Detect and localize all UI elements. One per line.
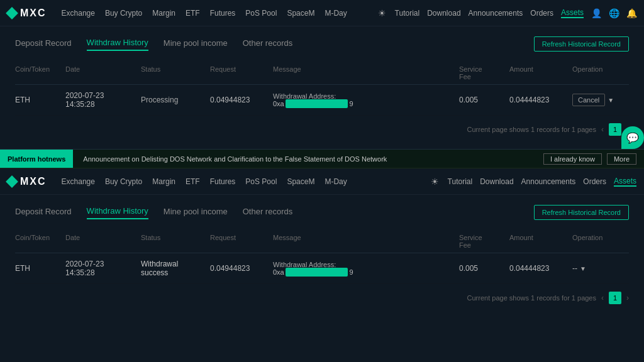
top-table-row: ETH 2020-07-23 14:35:28 Processing 0.049… — [15, 85, 629, 116]
prev-page-bottom[interactable]: ‹ — [601, 293, 604, 302]
nav-spacem[interactable]: SpaceM — [287, 6, 314, 20]
row-request-bottom: 0.04944823 — [210, 264, 273, 273]
next-page-bottom[interactable]: › — [626, 293, 629, 302]
operation-dash-bottom: -- — [572, 264, 577, 273]
refresh-btn-bottom[interactable]: Refresh Historical Record — [534, 205, 629, 220]
profile-icon[interactable]: 👤 — [591, 8, 601, 18]
th-request-top: Request — [210, 65, 273, 80]
nav-announcements[interactable]: Announcements — [469, 9, 523, 18]
nav-exchange[interactable]: Exchange — [62, 6, 95, 20]
address-highlight-bottom — [286, 268, 348, 277]
row-message-top: Withdrawal Address: 0xa 9 — [273, 92, 459, 107]
th-operation-top: Operation — [572, 65, 629, 80]
nav-tutorial[interactable]: Tutorial — [395, 9, 420, 18]
page-num-top[interactable]: 1 — [609, 123, 621, 136]
nav-pos-pool[interactable]: PoS Pool — [245, 6, 277, 20]
bottom-nav-announcements[interactable]: Announcements — [521, 177, 576, 186]
address-highlight-top — [286, 99, 348, 108]
bottom-table-header: Coin/Token Date Status Request Message S… — [15, 230, 629, 253]
tab-deposit-record-bottom[interactable]: Deposit Record — [15, 207, 72, 219]
page-num-bottom[interactable]: 1 — [609, 292, 621, 304]
tab-withdraw-history-bottom[interactable]: Withdraw History — [87, 206, 148, 219]
bottom-nav-m-day[interactable]: M-Day — [325, 175, 347, 189]
th-date-top: Date — [65, 65, 141, 80]
refresh-btn-top[interactable]: Refresh Historical Record — [534, 36, 629, 52]
bottom-nav-futures[interactable]: Futures — [210, 175, 236, 189]
row-request-top: 0.04944823 — [210, 96, 273, 104]
bottom-nav-margin[interactable]: Margin — [152, 175, 175, 189]
bottom-panel: MXC Exchange Buy Crypto Margin ETF Futur… — [0, 168, 644, 362]
th-amount-top: Amount — [509, 65, 572, 80]
th-coin-bottom: Coin/Token — [15, 234, 65, 249]
row-amount-top: 0.04444823 — [509, 96, 572, 104]
top-pagination-text: Current page shows 1 records for 1 pages — [467, 126, 596, 133]
bottom-nav-right: ☀ Tutorial Download Announcements Orders… — [430, 177, 636, 187]
nav-assets[interactable]: Assets — [561, 8, 584, 18]
nav-download[interactable]: Download — [427, 9, 460, 18]
row-date-top: 2020-07-23 14:35:28 — [65, 91, 141, 109]
nav-margin[interactable]: Margin — [152, 6, 175, 20]
bottom-nav-download[interactable]: Download — [480, 177, 513, 186]
prev-page-top[interactable]: ‹ — [601, 125, 604, 134]
row-svc-fee-top: 0.005 — [459, 96, 509, 104]
nav-orders[interactable]: Orders — [530, 9, 553, 18]
bottom-tabs: Deposit Record Withdraw History Mine poo… — [15, 205, 629, 220]
logo-text: MXC — [20, 8, 47, 19]
banner-text: Announcement on Delisting DOS Network an… — [73, 155, 543, 163]
top-pagination: Current page shows 1 records for 1 pages… — [15, 123, 629, 136]
banner-more-button[interactable]: More — [607, 153, 636, 165]
top-table-header: Coin/Token Date Status Request Message S… — [15, 62, 629, 85]
chevron-down-icon-top[interactable]: ▼ — [608, 97, 614, 104]
bottom-nav-pos-pool[interactable]: PoS Pool — [245, 175, 277, 189]
chat-bubble-icon[interactable]: 💬 — [621, 126, 644, 149]
banner-label: Platform hotnews — [0, 150, 73, 168]
banner-know-button[interactable]: I already know — [543, 153, 602, 165]
th-status-top: Status — [141, 65, 210, 80]
th-amount-bottom: Amount — [509, 234, 572, 249]
bottom-sun-icon[interactable]: ☀ — [430, 177, 440, 187]
th-request-bottom: Request — [210, 234, 273, 249]
bottom-nav-exchange[interactable]: Exchange — [62, 175, 95, 189]
tab-withdraw-history-top[interactable]: Withdraw History — [87, 38, 148, 51]
nav-futures[interactable]: Futures — [210, 6, 236, 20]
bottom-nav-assets[interactable]: Assets — [614, 177, 636, 187]
platform-banner: Platform hotnews Announcement on Delisti… — [0, 150, 644, 168]
bottom-nav-buy-crypto[interactable]: Buy Crypto — [105, 175, 142, 189]
bottom-logo[interactable]: MXC — [8, 176, 47, 187]
row-date-bottom: 2020-07-23 14:35:28 — [65, 260, 141, 277]
bottom-nav-orders[interactable]: Orders — [583, 177, 606, 186]
row-message-bottom: Withdrawal Address: 0xa 9 — [273, 261, 459, 276]
nav-m-day[interactable]: M-Day — [325, 6, 347, 20]
tab-other-records-top[interactable]: Other records — [243, 38, 292, 50]
cancel-btn-top[interactable]: Cancel — [572, 94, 605, 106]
th-operation-bottom: Operation — [572, 234, 629, 249]
bottom-nav-spacem[interactable]: SpaceM — [287, 175, 314, 189]
sun-icon[interactable]: ☀ — [377, 8, 387, 18]
logo-diamond-icon — [6, 7, 18, 19]
bottom-nav-tutorial[interactable]: Tutorial — [448, 177, 473, 186]
th-message-top: Message — [273, 65, 459, 80]
top-content-area: Deposit Record Withdraw History Mine poo… — [0, 26, 644, 146]
tab-other-records-bottom[interactable]: Other records — [243, 207, 292, 219]
globe-icon[interactable]: 🌐 — [609, 8, 619, 18]
th-svc-fee-top: Service Fee — [459, 65, 509, 80]
bottom-nav-bar: MXC Exchange Buy Crypto Margin ETF Futur… — [0, 168, 644, 195]
top-logo[interactable]: MXC — [8, 8, 47, 19]
bottom-nav-etf[interactable]: ETF — [186, 175, 200, 189]
row-coin-bottom: ETH — [15, 264, 65, 273]
top-tabs: Deposit Record Withdraw History Mine poo… — [15, 36, 629, 52]
tab-mine-pool-top[interactable]: Mine pool income — [164, 38, 228, 50]
nav-etf[interactable]: ETF — [186, 6, 200, 20]
top-nav-bar: MXC Exchange Buy Crypto Margin ETF Futur… — [0, 0, 644, 26]
tab-deposit-record-top[interactable]: Deposit Record — [15, 38, 72, 50]
notification-icon[interactable]: 🔔 — [626, 8, 636, 18]
row-status-top: Processing — [141, 96, 210, 104]
tab-mine-pool-bottom[interactable]: Mine pool income — [164, 207, 228, 219]
th-date-bottom: Date — [65, 234, 141, 249]
row-status-bottom: Withdrawal success — [141, 260, 210, 277]
nav-buy-crypto[interactable]: Buy Crypto — [105, 6, 142, 20]
top-nav-right: ☀ Tutorial Download Announcements Orders… — [377, 8, 636, 18]
chevron-down-icon-bottom[interactable]: ▼ — [580, 265, 586, 272]
bottom-table-row: ETH 2020-07-23 14:35:28 Withdrawal succe… — [15, 253, 629, 284]
row-operation-top: Cancel ▼ — [572, 94, 629, 106]
